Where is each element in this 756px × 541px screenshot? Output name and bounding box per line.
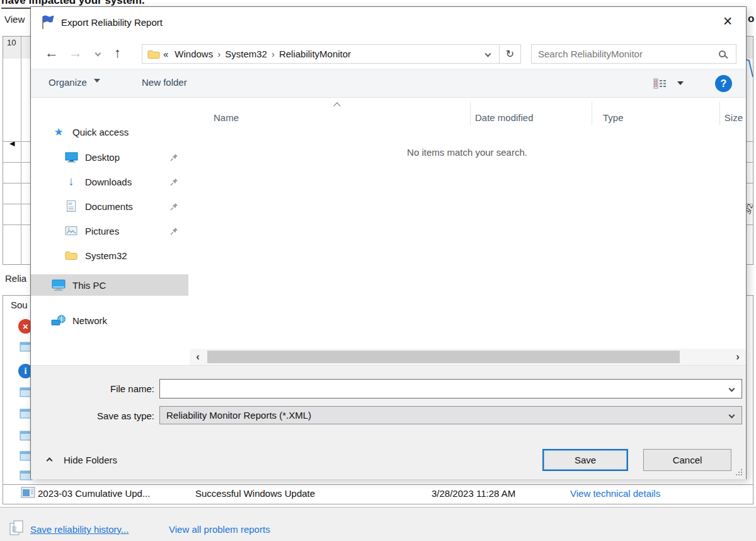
new-folder-button[interactable]: New folder [142, 77, 187, 88]
sidebar-item-this-pc[interactable]: This PC [31, 274, 188, 296]
export-reliability-report-dialog: Export Reliability Report × ← → ↑ « Wind… [30, 6, 747, 479]
scroll-right-icon[interactable]: › [730, 351, 746, 363]
save-button[interactable]: Save [542, 449, 628, 471]
close-icon[interactable]: × [717, 11, 738, 31]
source-column-header[interactable]: Sou [11, 300, 28, 310]
save-as-type-dropdown-chevron-icon [729, 412, 735, 419]
up-icon[interactable]: ↑ [114, 45, 121, 61]
file-name-dropdown-chevron-icon[interactable] [729, 386, 735, 392]
address-dropdown-chevron-icon[interactable] [485, 51, 491, 57]
folder-icon [147, 49, 160, 59]
pin-icon [170, 153, 178, 161]
scroll-left-icon[interactable]: ‹ [190, 351, 206, 363]
sidebar-item-network[interactable]: Network [31, 310, 188, 330]
file-name-combobox [159, 379, 742, 398]
chart-axis-tick: 10 [7, 38, 16, 47]
breadcrumb-overflow[interactable]: « [163, 49, 168, 59]
organize-button[interactable]: Organize [49, 77, 100, 88]
pin-icon [170, 202, 178, 211]
column-header-name[interactable]: Name [214, 112, 239, 123]
sidebar-label: Pictures [85, 226, 119, 236]
hide-folders-button[interactable]: Hide Folders [64, 455, 117, 465]
column-header-type[interactable]: Type [603, 112, 624, 123]
downloads-icon: ↓ [64, 175, 79, 189]
quick-access-star-icon: ★ [51, 125, 66, 139]
refresh-icon[interactable]: ↻ [499, 45, 520, 63]
view-all-problem-reports-link[interactable]: View all problem reports [169, 524, 270, 535]
cancel-button[interactable]: Cancel [643, 449, 731, 471]
save-as-type-label: Save as type: [86, 410, 154, 421]
sidebar-label: This PC [72, 280, 106, 291]
search-input[interactable] [532, 49, 719, 59]
save-reliability-history-link[interactable]: Save reliability history... [30, 524, 129, 535]
organize-caret-icon [94, 79, 100, 86]
dialog-title: Export Reliability Report [61, 17, 163, 28]
breadcrumb-separator-icon: › [272, 49, 275, 59]
windows-update-icon [21, 487, 35, 499]
column-separator[interactable] [719, 102, 720, 125]
sidebar-label: Quick access [72, 127, 129, 137]
flag-icon [40, 15, 56, 31]
sidebar-label: Desktop [85, 152, 120, 163]
sidebar-item-system32[interactable]: System32 [31, 245, 188, 265]
folder-icon [64, 250, 79, 260]
forward-icon: → [69, 45, 83, 61]
horizontal-scrollbar[interactable]: ‹ › [190, 349, 746, 365]
new-folder-label: New folder [142, 77, 187, 88]
column-separator[interactable] [470, 102, 471, 125]
column-separator[interactable] [592, 102, 592, 125]
update-row-date: 3/28/2023 11:28 AM [432, 488, 515, 499]
address-bar[interactable]: « Windows › System32 › ReliabilityMonito… [142, 44, 521, 64]
save-as-type-value: Reliability Monitor Reports (*.XML) [166, 410, 311, 421]
scrollbar-thumb[interactable] [207, 351, 680, 363]
sidebar-item-quick-access[interactable]: ★ Quick access [31, 122, 188, 142]
sidebar-item-documents[interactable]: Documents [31, 196, 188, 216]
column-header-size[interactable]: Size [721, 112, 743, 123]
breadcrumb-system32[interactable]: System32 [225, 49, 267, 59]
update-row-name[interactable]: 2023-03 Cumulative Upd... [38, 488, 150, 499]
view-label: View [4, 14, 25, 25]
search-box [531, 44, 736, 64]
pin-icon [170, 178, 178, 186]
documents-icon [64, 200, 79, 212]
view-technical-details-link[interactable]: View technical details [570, 488, 660, 499]
reliability-details-label: Relia [5, 273, 26, 284]
breadcrumb-separator-icon: › [217, 49, 220, 59]
pictures-icon [64, 226, 79, 236]
view-options-icon[interactable] [653, 78, 667, 89]
help-icon[interactable]: ? [715, 75, 732, 92]
back-icon[interactable]: ← [45, 45, 59, 61]
breadcrumb-reliabilitymonitor[interactable]: ReliabilityMonitor [279, 49, 351, 59]
info-i-glyph: i [25, 366, 27, 376]
network-icon [51, 315, 66, 327]
sidebar-item-desktop[interactable]: Desktop [31, 147, 188, 167]
chart-scroll-left-marker[interactable]: ◀ [9, 139, 14, 148]
pin-icon [170, 227, 178, 235]
reliability-footer: Save reliability history... View all pro… [0, 507, 756, 541]
search-icon[interactable] [719, 50, 726, 57]
resize-grip[interactable] [741, 474, 742, 475]
sidebar-item-downloads[interactable]: ↓ Downloads [31, 172, 188, 192]
breadcrumb-windows[interactable]: Windows [175, 49, 213, 59]
organize-label: Organize [49, 77, 87, 88]
sidebar-label: System32 [85, 250, 127, 261]
screen: have impacted your system. View 10 ◀ 3/2… [0, 0, 756, 541]
sort-ascending-icon[interactable] [333, 102, 340, 109]
command-bar: Organize New folder ? [31, 69, 746, 98]
save-as-type-select[interactable]: Reliability Monitor Reports (*.XML) [159, 406, 742, 424]
sidebar-label: Documents [85, 201, 133, 212]
bg-text-fragment: o [748, 13, 754, 25]
recent-locations-chevron-icon[interactable] [95, 50, 101, 57]
update-row-status: Successful Windows Update [195, 488, 315, 499]
row-divider [3, 484, 753, 485]
empty-folder-message: No items match your search. [190, 147, 745, 158]
sidebar-label: Network [72, 315, 107, 326]
file-name-input[interactable] [160, 380, 730, 398]
sidebar-label: Downloads [85, 177, 132, 187]
error-x-glyph: × [23, 321, 28, 332]
column-header-date-modified[interactable]: Date modified [475, 112, 534, 123]
sidebar-item-pictures[interactable]: Pictures [31, 221, 188, 241]
chart-axis-line [21, 37, 21, 264]
file-name-label: File name: [94, 383, 154, 394]
view-options-caret-icon[interactable] [677, 81, 684, 88]
